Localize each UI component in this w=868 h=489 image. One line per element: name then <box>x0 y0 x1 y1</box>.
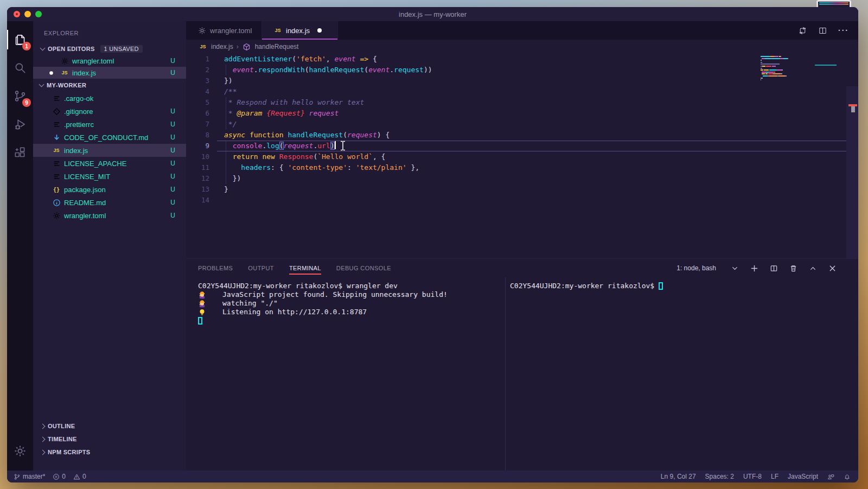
status-0[interactable]: 0 <box>73 473 86 480</box>
terminal-pane-right[interactable]: C02Y544UJHD2:my-worker ritakozlov$ <box>506 277 858 471</box>
open-changes-icon[interactable] <box>798 26 807 35</box>
breadcrumb-item[interactable]: handleRequest <box>255 43 299 50</box>
code-line[interactable]: 6 * @param {Request} request <box>186 108 858 119</box>
js-icon: JS <box>198 44 208 49</box>
chevron-right-icon <box>40 423 46 429</box>
editor-area: wrangler.tomlJSindex.js··· JSindex.js›ha… <box>186 21 858 471</box>
status-master-[interactable]: master* <box>14 473 45 480</box>
status-label: LF <box>771 473 778 480</box>
file-tree-item[interactable]: .cargo-ok <box>33 92 186 105</box>
code-line[interactable]: 8async function handleRequest(request) { <box>186 130 858 141</box>
minimap[interactable] <box>761 56 792 83</box>
status-ln-9-col-27[interactable]: Ln 9, Col 27 <box>661 473 696 480</box>
explorer-sidebar: EXPLORER OPEN EDITORS 1 UNSAVED wrangler… <box>33 21 186 471</box>
manage-gear-button[interactable] <box>7 437 33 465</box>
file-tree-item[interactable]: README.mdU <box>33 196 186 209</box>
terminal-line: C02Y544UJHD2:my-worker ritakozlov$ wrang… <box>198 282 505 290</box>
tab-label: index.js <box>286 27 310 35</box>
status-0[interactable]: 0 <box>53 473 66 480</box>
git-status-badge: U <box>170 186 175 193</box>
file-tree-item[interactable]: LICENSE_APACHEU <box>33 157 186 170</box>
chevron-down-icon[interactable] <box>731 264 739 272</box>
terminal-line: C02Y544UJHD2:my-worker ritakozlov$ <box>510 282 858 290</box>
status-javascript[interactable]: JavaScript <box>788 473 818 480</box>
line-number: 3 <box>186 75 217 86</box>
terminal-selector[interactable]: 1: node, bash <box>676 264 716 272</box>
git-branch-icon <box>14 473 21 480</box>
status-bell-icon[interactable] <box>844 473 851 480</box>
section-label: OUTLINE <box>48 423 75 429</box>
activity-bar-item-extensions[interactable] <box>7 138 33 167</box>
status-lf[interactable]: LF <box>771 473 778 480</box>
code-line[interactable]: 2 event.respondWith(handleRequest(event.… <box>186 65 858 75</box>
code-line[interactable]: 11 headers: { 'content-type': 'text/plai… <box>186 162 858 173</box>
dirty-indicator[interactable] <box>317 28 322 33</box>
split-terminal-icon[interactable] <box>770 264 778 272</box>
activity-bar-item-explorer[interactable]: 1 <box>7 26 33 54</box>
code-line[interactable]: 14 <box>186 195 858 206</box>
code-line[interactable]: 10 return new Response(`Hello world`, { <box>186 151 858 162</box>
plus-icon[interactable] <box>750 264 758 272</box>
line-number: 5 <box>186 97 217 108</box>
sidebar-section-outline[interactable]: OUTLINE <box>33 420 186 433</box>
trash-icon[interactable] <box>789 264 797 272</box>
warning-icon <box>73 473 80 480</box>
breadcrumb[interactable]: JSindex.js›handleRequest <box>186 40 858 54</box>
activity-bar-item-source-control[interactable]: 9 <box>7 82 33 110</box>
open-editor-item[interactable]: JSindex.jsU <box>33 67 186 79</box>
status-label: UTF-8 <box>743 473 762 480</box>
chevron-up-icon[interactable] <box>809 264 817 272</box>
file-tree-item[interactable]: wrangler.tomlU <box>33 209 186 222</box>
tab-index.js[interactable]: JSindex.js <box>262 21 338 40</box>
modified-dot-icon <box>48 69 55 77</box>
code-line[interactable]: 5 * Respond with hello worker text <box>186 97 858 108</box>
code-line[interactable]: 1addEventListener('fetch', event => { <box>186 54 858 65</box>
folder-header[interactable]: MY-WORKER <box>33 79 186 92</box>
lines-icon <box>52 173 61 181</box>
open-editors-header[interactable]: OPEN EDITORS 1 UNSAVED <box>33 43 186 55</box>
file-tree-item[interactable]: LICENSE_MITU <box>33 170 186 183</box>
breadcrumb-item[interactable]: index.js <box>211 43 233 50</box>
more-actions-icon[interactable]: ··· <box>838 26 847 35</box>
panel-tab-terminal[interactable]: TERMINAL <box>289 259 321 277</box>
badge-count: 9 <box>22 98 31 107</box>
activity-bar-item-search[interactable] <box>7 54 33 82</box>
file-name: README.md <box>64 199 170 207</box>
code-line[interactable]: 12 }) <box>186 173 858 184</box>
tab-wrangler.toml[interactable]: wrangler.toml <box>186 21 262 40</box>
sidebar-section-npm-scripts[interactable]: NPM SCRIPTS <box>33 446 186 459</box>
file-tree-item[interactable]: {}package.jsonU <box>33 183 186 196</box>
markdown-down-icon <box>52 134 61 142</box>
file-tree-item[interactable]: .gitignoreU <box>33 105 186 118</box>
close-icon[interactable] <box>828 264 837 272</box>
file-tree-item[interactable]: CODE_OF_CONDUCT.mdU <box>33 131 186 144</box>
status-spaces-2[interactable]: Spaces: 2 <box>705 473 734 480</box>
code-line[interactable]: 9 console.log(request.url) <box>186 141 858 151</box>
file-tree-item[interactable]: .prettierrcU <box>33 118 186 131</box>
panel-tab-problems[interactable]: PROBLEMS <box>198 259 233 277</box>
file-name: LICENSE_MIT <box>64 173 170 181</box>
status-label: master* <box>23 473 45 480</box>
panel-tab-output[interactable]: OUTPUT <box>248 259 274 277</box>
scrollbar-thumb <box>851 106 855 112</box>
line-content <box>217 195 858 206</box>
file-tree-item[interactable]: JSindex.jsU <box>33 144 186 157</box>
code-editor[interactable]: 1addEventListener('fetch', event => {2 e… <box>186 54 858 258</box>
open-editor-item[interactable]: wrangler.tomlU <box>33 55 186 67</box>
status-utf-8[interactable]: UTF-8 <box>743 473 762 480</box>
code-line[interactable]: 3}) <box>186 75 858 86</box>
code-line[interactable]: 7 */ <box>186 119 858 130</box>
panel-tab-debug-console[interactable]: DEBUG CONSOLE <box>336 259 391 277</box>
terminal-text: watching "./" <box>222 299 278 308</box>
construction-worker-emoji <box>198 300 206 308</box>
terminal-pane-left[interactable]: C02Y544UJHD2:my-worker ritakozlov$ wrang… <box>186 277 505 471</box>
status-feedback-icon[interactable] <box>827 473 834 480</box>
title-bar[interactable]: index.js — my-worker <box>7 7 858 21</box>
code-line[interactable]: 13} <box>186 184 858 195</box>
chevron-right-icon <box>40 436 46 442</box>
sidebar-section-timeline[interactable]: TIMELINE <box>33 433 186 446</box>
split-editor-icon[interactable] <box>818 26 827 35</box>
code-line[interactable]: 4/** <box>186 86 858 97</box>
terminal-cursor <box>659 282 663 290</box>
activity-bar-item-run-debug[interactable] <box>7 110 33 138</box>
